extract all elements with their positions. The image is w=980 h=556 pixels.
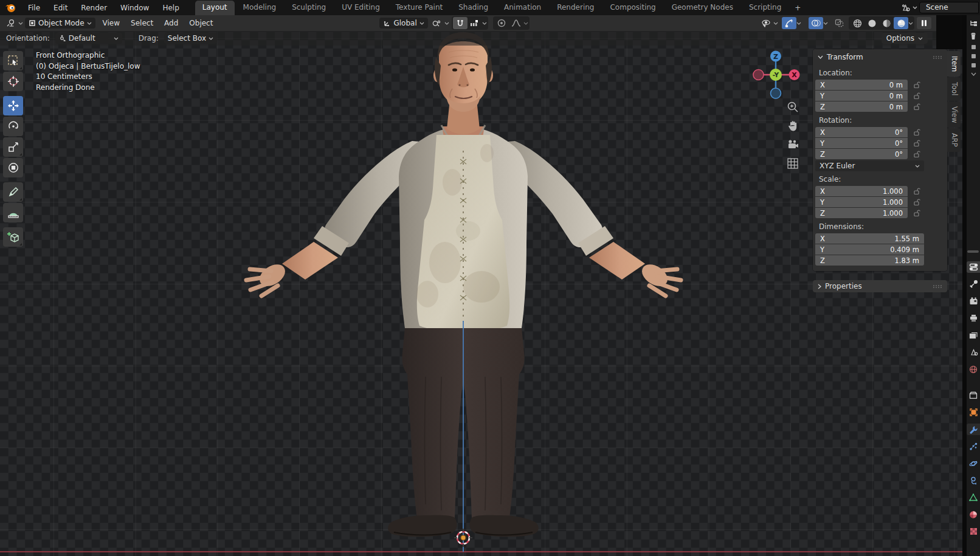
properties-editor-type-icon[interactable] <box>967 261 980 273</box>
tool-rotate[interactable] <box>3 117 23 136</box>
tab-tool[interactable] <box>967 278 980 290</box>
chevron-down-icon[interactable] <box>823 22 828 25</box>
sidebar-tab-item[interactable]: Item <box>947 51 961 77</box>
tab-physics[interactable] <box>967 458 980 469</box>
tab-output[interactable] <box>967 312 980 324</box>
mode-select[interactable]: Object Mode <box>25 18 95 29</box>
gizmo-axis-z-neg[interactable] <box>771 88 781 98</box>
blender-logo-icon[interactable] <box>0 3 21 13</box>
shading-material-icon[interactable] <box>879 17 894 29</box>
tab-material[interactable] <box>967 509 980 520</box>
add-workspace-button[interactable]: + <box>790 1 806 15</box>
scale-x-field[interactable]: X1.000 <box>815 186 908 196</box>
lock-open-icon[interactable] <box>913 198 920 206</box>
pan-hand-icon[interactable] <box>785 118 800 133</box>
pause-render-button[interactable] <box>917 17 931 29</box>
lock-open-icon[interactable] <box>913 128 920 136</box>
workspace-tab-geometry-nodes[interactable]: Geometry Nodes <box>664 1 740 15</box>
gizmo-axis-x-neg[interactable] <box>753 70 764 80</box>
workspace-tab-sculpting[interactable]: Sculpting <box>285 1 333 15</box>
tab-collection[interactable] <box>967 390 980 401</box>
navigation-axis-gizmo[interactable]: Z X -Y <box>751 50 801 100</box>
panel-grip-handle[interactable] <box>933 55 942 60</box>
editor-divider[interactable] <box>962 15 967 556</box>
location-y-field[interactable]: Y0 m <box>815 91 908 101</box>
tab-modifiers[interactable] <box>967 424 980 435</box>
menu-object[interactable]: Object <box>184 19 218 27</box>
scale-y-field[interactable]: Y1.000 <box>815 197 908 207</box>
scene-icon[interactable] <box>900 4 911 12</box>
dimensions-y-field[interactable]: Y0.409 m <box>815 244 924 255</box>
tool-select-box[interactable] <box>3 51 23 70</box>
tab-texture[interactable] <box>967 526 980 537</box>
zoom-icon[interactable] <box>785 100 800 114</box>
outliner-item-icon[interactable] <box>971 63 976 67</box>
menu-select[interactable]: Select <box>125 19 159 27</box>
outliner-item-icon[interactable] <box>971 54 976 58</box>
chevron-down-icon[interactable] <box>773 22 778 25</box>
chevron-down-icon[interactable] <box>796 22 801 25</box>
workspace-tab-shading[interactable]: Shading <box>451 1 495 15</box>
outliner-scrollbar[interactable] <box>967 250 979 253</box>
tab-scene[interactable] <box>967 346 980 358</box>
chevron-down-icon[interactable] <box>444 22 449 25</box>
show-gizmos-icon[interactable] <box>782 17 796 29</box>
sidebar-tab-view[interactable]: View <box>947 101 961 128</box>
orientation-select[interactable]: Default <box>55 33 122 44</box>
toggle-xray-icon[interactable] <box>832 17 846 29</box>
sidebar-tab-arp[interactable]: ARP <box>947 128 961 152</box>
collapse-chevron-icon[interactable] <box>818 55 823 59</box>
tool-annotate[interactable] <box>3 182 23 202</box>
location-x-field[interactable]: X0 m <box>815 80 908 90</box>
menu-render[interactable]: Render <box>75 1 113 15</box>
workspace-tab-compositing[interactable]: Compositing <box>602 1 663 15</box>
dimensions-z-field[interactable]: Z1.83 m <box>815 255 924 266</box>
panel-grip-handle[interactable] <box>933 284 942 289</box>
tool-scale[interactable] <box>3 137 23 157</box>
menu-file[interactable]: File <box>22 1 46 15</box>
show-overlays-icon[interactable] <box>809 17 823 29</box>
lock-open-icon[interactable] <box>913 81 920 89</box>
rotation-x-field[interactable]: X0° <box>815 127 908 137</box>
workspace-tab-modeling[interactable]: Modeling <box>236 1 284 15</box>
menu-window[interactable]: Window <box>114 1 155 15</box>
shading-rendered-icon[interactable] <box>894 17 908 29</box>
menu-help[interactable]: Help <box>156 1 185 15</box>
dimensions-x-field[interactable]: X1.55 m <box>815 233 924 244</box>
tab-render[interactable] <box>967 295 980 307</box>
tab-world[interactable] <box>967 363 980 375</box>
toggle-grid-icon[interactable] <box>785 156 800 171</box>
editor-type-icon[interactable] <box>4 17 18 29</box>
lock-open-icon[interactable] <box>913 187 920 195</box>
pivot-point-icon[interactable] <box>430 17 444 29</box>
outliner-item-icon[interactable] <box>971 45 976 49</box>
workspace-tab-animation[interactable]: Animation <box>497 1 548 15</box>
workspace-tab-layout[interactable]: Layout <box>195 1 235 15</box>
workspace-tab-uv-editing[interactable]: UV Editing <box>334 1 387 15</box>
tab-view-layer[interactable] <box>967 329 980 341</box>
outliner-expand-icon[interactable] <box>971 72 976 76</box>
lock-open-icon[interactable] <box>913 209 920 217</box>
tool-add-cube[interactable] <box>3 227 23 247</box>
tool-transform[interactable] <box>3 158 23 177</box>
panel-title[interactable]: Transform <box>827 53 863 61</box>
lock-open-icon[interactable] <box>913 150 920 158</box>
lock-open-icon[interactable] <box>913 92 920 100</box>
workspace-tab-scripting[interactable]: Scripting <box>742 1 788 15</box>
chevron-down-icon[interactable] <box>908 22 913 25</box>
menu-add[interactable]: Add <box>159 19 184 27</box>
tool-cursor[interactable] <box>3 72 23 91</box>
chevron-down-icon[interactable] <box>18 22 23 25</box>
proportional-edit-icon[interactable] <box>494 17 509 29</box>
chevron-down-icon[interactable] <box>913 6 917 9</box>
sidebar-properties-panel[interactable]: Properties <box>813 280 947 292</box>
outliner-tree-icon[interactable] <box>969 19 978 27</box>
rotation-mode-select[interactable]: XYZ Euler <box>815 160 924 171</box>
options-button[interactable]: Options <box>882 33 928 44</box>
tab-particles[interactable] <box>967 441 980 452</box>
scene-name-field[interactable]: Scene <box>919 2 979 13</box>
chevron-down-icon[interactable] <box>482 22 487 25</box>
drag-select[interactable]: Select Box <box>164 33 217 44</box>
filter-trash-icon[interactable] <box>970 32 977 40</box>
workspace-tab-rendering[interactable]: Rendering <box>550 1 601 15</box>
